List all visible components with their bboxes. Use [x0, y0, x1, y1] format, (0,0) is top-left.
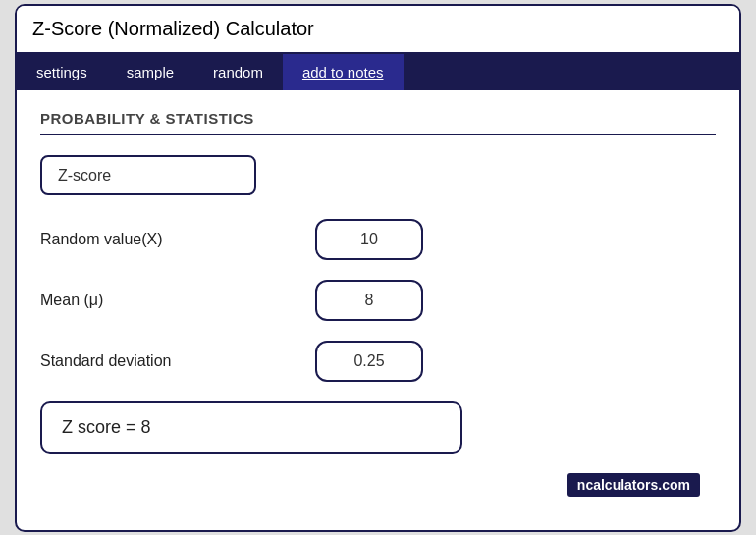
- field-label-x: Random value(X): [40, 231, 315, 248]
- field-row-stddev: Standard deviation: [40, 341, 716, 382]
- page-title: Z-Score (Normalized) Calculator: [32, 18, 314, 39]
- title-bar: Z-Score (Normalized) Calculator: [17, 6, 739, 54]
- branding-text: ncalculators.com: [567, 473, 700, 497]
- field-row-mean: Mean (μ): [40, 280, 716, 321]
- field-input-mean[interactable]: [315, 280, 423, 321]
- calculator-container: Z-Score (Normalized) Calculator settings…: [15, 4, 741, 532]
- nav-item-add-to-notes[interactable]: add to notes: [283, 54, 404, 90]
- section-header: PROBABILITY & STATISTICS: [40, 110, 716, 135]
- field-row-x: Random value(X): [40, 219, 716, 260]
- nav-bar: settings sample random add to notes: [17, 54, 739, 90]
- branding: ncalculators.com: [40, 463, 716, 507]
- field-label-mean: Mean (μ): [40, 292, 315, 309]
- main-content: PROBABILITY & STATISTICS Z-score Random …: [17, 90, 739, 530]
- result-box: Z score = 8: [40, 401, 462, 454]
- field-input-x[interactable]: [315, 219, 423, 260]
- nav-item-sample[interactable]: sample: [107, 54, 193, 90]
- formula-select[interactable]: Z-score: [40, 155, 256, 195]
- field-label-stddev: Standard deviation: [40, 352, 315, 370]
- field-input-stddev[interactable]: [315, 341, 423, 382]
- nav-item-settings[interactable]: settings: [17, 54, 107, 90]
- nav-item-random[interactable]: random: [193, 54, 283, 90]
